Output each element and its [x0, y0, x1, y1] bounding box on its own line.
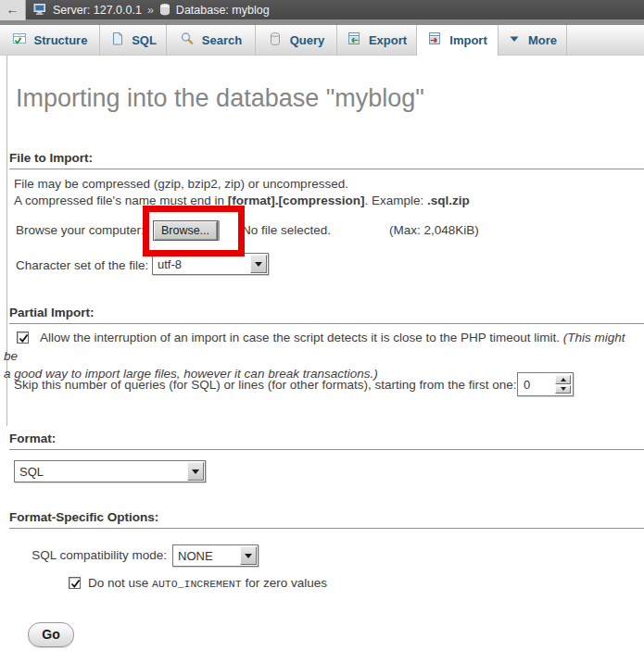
export-icon [347, 31, 361, 49]
max-size-note: (Max: 2,048KiB) [389, 223, 479, 237]
allow-interruption-label: Allow the interruption of an import in c… [40, 331, 563, 344]
tab-query[interactable]: Query [256, 25, 337, 56]
spinner-buttons [555, 375, 571, 394]
breadcrumb-bar: ← Server: 127.0.0.1 » Database: myblog [0, 0, 644, 25]
tab-more[interactable]: More [499, 25, 567, 56]
autoincrement-label-prefix: Do not use [88, 576, 152, 590]
charset-select-value: utf-8 [153, 257, 250, 271]
autoincrement-label-suffix: for zero values [242, 576, 327, 590]
breadcrumb-server-link[interactable]: Server: 127.0.0.1 [53, 4, 142, 17]
breadcrumb-database-link[interactable]: Database: myblog [176, 4, 270, 17]
chevron-down-icon [508, 32, 521, 48]
skip-queries-label: Skip this number of queries (for SQL) or… [14, 378, 516, 392]
autoincrement-code: AUTO_INCREMENT [152, 578, 242, 590]
section-heading-format-specific: Format-Specific Options: [9, 510, 644, 529]
info-text: A compressed file's name must end in [14, 194, 228, 207]
no-file-selected-text: No file selected. [242, 223, 331, 237]
sql-icon [109, 31, 124, 49]
dropdown-arrow-icon[interactable] [240, 546, 257, 565]
query-icon [268, 31, 283, 49]
browse-computer-label: Browse your computer: [16, 223, 145, 237]
sql-compatibility-select[interactable]: NONE [172, 544, 259, 567]
breadcrumb: Server: 127.0.0.1 » Database: myblog [33, 3, 270, 18]
compression-info-line1: File may be compressed (gzip, bzip2, zip… [14, 177, 348, 191]
tab-sql[interactable]: SQL [100, 25, 167, 56]
format-select[interactable]: SQL [14, 460, 206, 482]
tab-search[interactable]: Search [167, 25, 256, 56]
sql-compatibility-value: NONE [173, 549, 240, 563]
allow-interruption-checkbox[interactable] [17, 332, 29, 344]
info-text: . Example: [364, 194, 427, 207]
server-icon [33, 3, 47, 19]
structure-icon [12, 31, 27, 49]
tab-label: Search [202, 33, 242, 47]
spin-up-button[interactable] [555, 375, 571, 384]
compression-info-line2: A compressed file's name must end in [fo… [14, 194, 470, 207]
tab-label: More [528, 33, 557, 47]
sql-zip-bold: .sql.zip [427, 194, 470, 207]
browse-button[interactable]: Browse... [153, 220, 218, 241]
dropdown-arrow-icon[interactable] [250, 255, 267, 273]
search-icon [180, 31, 195, 49]
autoincrement-checkbox[interactable] [69, 577, 81, 589]
charset-select[interactable]: utf-8 [152, 253, 269, 275]
tab-label: Query [290, 33, 325, 47]
autoincrement-row: Do not use AUTO_INCREMENT for zero value… [69, 576, 327, 590]
tab-export[interactable]: Export [337, 25, 417, 56]
tab-import[interactable]: Import [417, 25, 499, 56]
tab-label: Import [449, 33, 486, 47]
sql-compatibility-label: SQL compatibility mode: [0, 548, 167, 562]
database-icon [159, 3, 170, 19]
skip-queries-input[interactable]: 0 [517, 372, 574, 396]
dropdown-arrow-icon[interactable] [187, 462, 204, 481]
spin-down-button[interactable] [555, 385, 571, 394]
tab-structure[interactable]: Structure [0, 25, 100, 56]
import-icon [427, 31, 442, 49]
format-select-value: SQL [15, 465, 187, 479]
back-arrow-button[interactable]: ← [0, 0, 26, 20]
section-heading-format: Format: [9, 432, 644, 450]
tab-bar: Structure SQL Search [0, 25, 644, 56]
tab-label: SQL [132, 33, 157, 47]
go-button[interactable]: Go [28, 622, 74, 647]
breadcrumb-separator: » [147, 4, 154, 17]
charset-label: Character set of the file: [16, 258, 148, 272]
phpmyadmin-import-page: ← Server: 127.0.0.1 » Database: myblog [0, 0, 644, 663]
format-compression-bold: [format].[compression] [228, 194, 365, 207]
page-title: Importing into the database "myblog" [16, 84, 424, 113]
section-heading-file-to-import: File to Import: [9, 151, 644, 169]
tab-label: Export [369, 33, 407, 47]
section-heading-partial-import: Partial Import: [9, 306, 644, 324]
skip-queries-value: 0 [518, 373, 555, 395]
tab-label: Structure [34, 33, 88, 47]
